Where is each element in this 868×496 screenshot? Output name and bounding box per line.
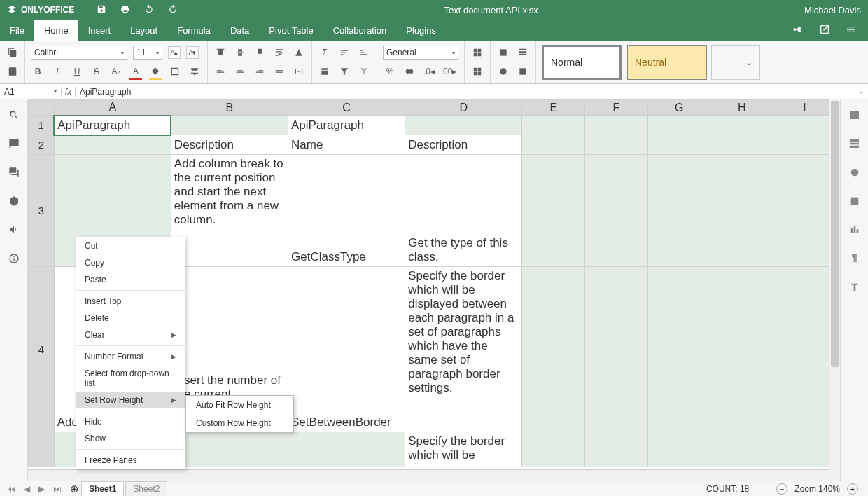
font-grow-button[interactable]: A▴ bbox=[168, 46, 181, 59]
ctx-hide[interactable]: Hide bbox=[76, 413, 185, 430]
ctx-paste[interactable]: Paste bbox=[76, 271, 185, 288]
col-header-D[interactable]: D bbox=[405, 100, 522, 116]
clear-format-button[interactable] bbox=[188, 64, 202, 78]
sheet-tab-1[interactable]: Sheet1 bbox=[81, 481, 124, 496]
align-left-button[interactable] bbox=[214, 64, 227, 78]
menu-file[interactable]: File bbox=[0, 20, 34, 41]
sum-icon[interactable]: Σ bbox=[318, 46, 332, 60]
print-icon[interactable] bbox=[120, 4, 130, 16]
cell-D2[interactable]: Description bbox=[405, 135, 522, 155]
zoom-level[interactable]: Zoom 140% bbox=[794, 484, 840, 494]
fx-icon[interactable]: fx bbox=[62, 87, 76, 97]
spellcheck-icon[interactable] bbox=[8, 195, 20, 209]
align-bottom-button[interactable] bbox=[253, 46, 267, 60]
find-icon[interactable] bbox=[8, 109, 20, 123]
orientation-button[interactable] bbox=[292, 46, 306, 60]
menu-collab[interactable]: Collaboration bbox=[323, 20, 397, 41]
menu-pivot[interactable]: Pivot Table bbox=[259, 20, 323, 41]
cell-D1[interactable] bbox=[405, 116, 522, 135]
cell-settings-icon[interactable] bbox=[849, 109, 860, 123]
more-icon[interactable] bbox=[846, 24, 857, 37]
merge-button[interactable] bbox=[292, 64, 306, 78]
increase-decimal-button[interactable]: .00▸ bbox=[442, 64, 456, 78]
ctx-number-format[interactable]: Number Format▶ bbox=[76, 348, 185, 365]
sheet-tab-2[interactable]: Sheet2 bbox=[125, 481, 167, 496]
borders-button[interactable] bbox=[168, 64, 182, 78]
cell-C3[interactable]: GetClassType bbox=[288, 155, 405, 267]
font-color-button[interactable]: A bbox=[129, 64, 143, 78]
col-header-C[interactable]: C bbox=[288, 100, 405, 116]
cell-D5[interactable]: Specify the border which will be bbox=[405, 432, 522, 467]
table-settings-icon[interactable] bbox=[849, 138, 860, 151]
delete-cells-button[interactable] bbox=[470, 64, 484, 78]
col-header-E[interactable]: E bbox=[522, 100, 585, 116]
cell-A1[interactable]: ApiParagraph bbox=[54, 116, 171, 135]
cell-style-neutral[interactable]: Neutral bbox=[627, 45, 707, 80]
paragraph-settings-icon[interactable] bbox=[849, 253, 860, 266]
vertical-scrollbar[interactable] bbox=[829, 99, 840, 481]
menu-home[interactable]: Home bbox=[34, 20, 78, 41]
undo-icon[interactable] bbox=[144, 4, 154, 16]
shape-settings-icon[interactable] bbox=[849, 167, 860, 180]
percent-button[interactable]: % bbox=[383, 64, 397, 78]
col-header-I[interactable]: I bbox=[774, 100, 836, 116]
col-header-H[interactable]: H bbox=[710, 100, 774, 116]
first-sheet-button[interactable]: ⏮ bbox=[7, 484, 15, 494]
conditional-format-button[interactable] bbox=[496, 46, 510, 60]
col-header-B[interactable]: B bbox=[171, 100, 288, 116]
wrap-text-button[interactable] bbox=[272, 46, 286, 60]
ctx-cut[interactable]: Cut bbox=[76, 237, 185, 254]
align-center-button[interactable] bbox=[233, 64, 247, 78]
chart-settings-icon[interactable] bbox=[849, 224, 860, 237]
sort-asc-button[interactable] bbox=[337, 46, 351, 60]
menu-formula[interactable]: Formula bbox=[167, 20, 220, 41]
font-name-select[interactable]: Calibri▾ bbox=[31, 46, 127, 60]
menu-plugins[interactable]: Plugins bbox=[396, 20, 446, 41]
zoom-in-button[interactable]: + bbox=[847, 483, 858, 495]
cell-B3[interactable]: Add column break to the current position… bbox=[171, 155, 288, 267]
col-header-G[interactable]: G bbox=[648, 100, 710, 116]
cell-A2[interactable] bbox=[54, 135, 171, 155]
ctx-insert-top[interactable]: Insert Top bbox=[76, 293, 185, 310]
about-icon[interactable] bbox=[8, 253, 20, 266]
feedback-icon[interactable] bbox=[8, 224, 20, 237]
cell-B1[interactable] bbox=[171, 116, 288, 135]
clear-filter-button[interactable] bbox=[357, 64, 371, 78]
col-header-A[interactable]: A bbox=[54, 100, 171, 116]
ctx-custom-row-height[interactable]: Custom Row Height bbox=[186, 414, 293, 432]
menu-insert[interactable]: Insert bbox=[78, 20, 121, 41]
menu-data[interactable]: Data bbox=[220, 20, 259, 41]
paste-icon[interactable] bbox=[6, 64, 20, 78]
select-all-corner[interactable] bbox=[29, 100, 55, 116]
save-icon[interactable] bbox=[97, 4, 106, 16]
bold-button[interactable]: B bbox=[31, 64, 45, 78]
comments-icon[interactable] bbox=[8, 138, 20, 151]
name-box[interactable]: A1▾ bbox=[0, 87, 62, 97]
font-size-select[interactable]: 11▾ bbox=[133, 46, 162, 60]
row-header-2[interactable]: 2 bbox=[29, 135, 55, 155]
share-icon[interactable] bbox=[792, 24, 804, 37]
ctx-select-dropdown[interactable]: Select from drop-down list bbox=[76, 365, 185, 392]
cell-C1[interactable]: ApiParagraph bbox=[288, 116, 405, 135]
formula-input[interactable]: ApiParagraph⌄ bbox=[76, 87, 868, 97]
menu-layout[interactable]: Layout bbox=[120, 20, 167, 41]
last-sheet-button[interactable]: ⏭ bbox=[53, 484, 62, 494]
subscript-button[interactable]: A₂ bbox=[109, 64, 123, 78]
row-header-3[interactable]: 3 bbox=[29, 155, 55, 267]
align-middle-button[interactable] bbox=[233, 46, 247, 60]
next-sheet-button[interactable]: ▶ bbox=[38, 484, 45, 494]
number-format-select[interactable]: General▾ bbox=[383, 46, 458, 60]
named-range-button[interactable] bbox=[318, 64, 332, 78]
chat-icon[interactable] bbox=[8, 167, 20, 180]
strike-button[interactable]: S bbox=[90, 64, 104, 78]
italic-button[interactable]: I bbox=[50, 64, 64, 78]
cell-C4[interactable]: SetBetweenBorder bbox=[288, 267, 405, 432]
insert-cells-button[interactable] bbox=[470, 46, 484, 60]
cell-D3[interactable]: Get the type of this class. bbox=[405, 155, 522, 267]
insert-slicer-button[interactable] bbox=[516, 64, 530, 78]
underline-button[interactable]: U bbox=[70, 64, 84, 78]
filter-button[interactable] bbox=[337, 64, 351, 78]
copy-icon[interactable] bbox=[6, 46, 20, 60]
add-sheet-button[interactable]: ⊕ bbox=[69, 483, 80, 495]
accounting-button[interactable] bbox=[402, 64, 416, 78]
